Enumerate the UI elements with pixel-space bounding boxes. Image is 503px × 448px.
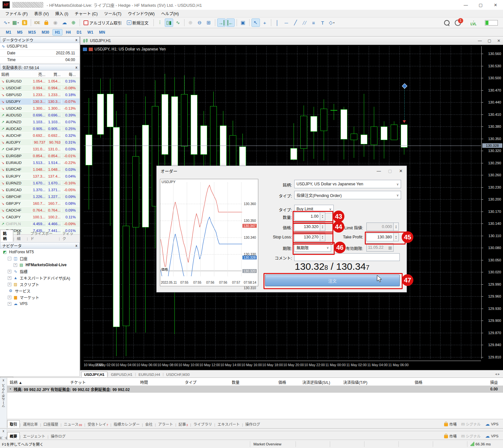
- time-axis[interactable]: 10 May 202210 May 02:0010 May 04:0010 Ma…: [84, 361, 481, 369]
- tree-expander-icon[interactable]: +: [8, 296, 11, 299]
- navigator-header[interactable]: ナビゲータ x: [0, 242, 80, 249]
- tree-expander-icon[interactable]: -: [8, 257, 11, 260]
- cursor-tool-icon[interactable]: ↖: [252, 18, 260, 27]
- price-axis[interactable]: 130.560130.530130.500130.470130.440130.4…: [481, 46, 503, 359]
- market-watch-tab[interactable]: プライスボード: [28, 230, 59, 242]
- one-click-trading-icon[interactable]: [83, 48, 87, 51]
- signal-broadcast-icon[interactable]: ◉: [51, 18, 60, 27]
- market-watch-row-eurgbp[interactable]: ↘EURGBP0.854...0.854...-0.01%: [0, 153, 80, 159]
- market-watch-row-audusd[interactable]: ↗AUDUSD0.696...0.696...0.39%: [0, 112, 80, 119]
- vps-cloud-icon[interactable]: ☁VPS: [485, 421, 498, 427]
- market-watch-column-header[interactable]: 銘柄売...買...毎...: [0, 71, 80, 78]
- navigator-item[interactable]: +▨スクリプト: [0, 281, 80, 288]
- dialog-minimize-icon[interactable]: —: [377, 169, 381, 173]
- timeframe-h1[interactable]: H1: [52, 29, 62, 36]
- toolbox-tab-4[interactable]: ニュース99: [61, 421, 84, 428]
- market-watch-row-audjpy[interactable]: ↘AUDJPY90.73790.7630.31%: [0, 139, 80, 146]
- trade-column-header[interactable]: 価格: [371, 379, 422, 385]
- trade-column-header[interactable]: 決済指値(T/P): [316, 379, 367, 385]
- market-watch-row-cadjpy[interactable]: ↘CADJPY100.1...100.2...0.11%: [0, 214, 80, 221]
- overview-tab-3[interactable]: 操作ログ: [49, 432, 68, 440]
- trade-column-header[interactable]: チケット: [70, 379, 86, 385]
- price-input[interactable]: 130.320: [294, 223, 320, 231]
- close-icon[interactable]: x: [3, 378, 4, 382]
- navigator-item[interactable]: +▲エキスパートアドバイザ(EA): [0, 275, 80, 281]
- channel-icon[interactable]: ╱╱: [300, 18, 309, 27]
- market-watch-tab[interactable]: ティック: [60, 230, 80, 242]
- overview-tab-2[interactable]: エージェント: [21, 432, 48, 440]
- stop-loss-stepper[interactable]: ▴▾: [320, 233, 325, 241]
- market-watch-row-gbpjpy[interactable]: ↘GBPJPY160.7...160.7...0.08%: [0, 200, 80, 207]
- data-window-symbol-row[interactable]: ∿ USDJPY,H1: [0, 43, 80, 50]
- algo-trading-icon[interactable]: アルゴリズム取引: [82, 18, 125, 27]
- navigator-item[interactable]: +▆マーケット: [0, 294, 80, 300]
- stop-loss-input[interactable]: 130.270: [294, 233, 320, 241]
- market-bag-icon[interactable]: 市場: [444, 433, 457, 439]
- menu-item[interactable]: ヘルプ(H): [158, 10, 182, 17]
- zoom-out-icon[interactable]: ⊖: [196, 18, 204, 27]
- horizontal-line-icon[interactable]: ─: [282, 18, 291, 27]
- market-watch-row-usdchf[interactable]: ↘USDCHF0.994...0.994...-0.08%: [0, 85, 80, 92]
- menu-item[interactable]: ツール(T): [101, 10, 125, 17]
- crosshair-tool-icon[interactable]: +: [261, 18, 269, 27]
- timeframe-h4[interactable]: H4: [63, 29, 73, 36]
- account-summary-row[interactable]: • 残高: 99 992.02 JPY 有効証拠金: 99 992.02 余剰証…: [7, 386, 503, 393]
- bar-chart-mode-icon[interactable]: ⫶: [156, 18, 164, 27]
- line-chart-mode-icon[interactable]: ∿: [174, 18, 182, 27]
- trade-column-header[interactable]: 数量: [188, 379, 240, 385]
- comment-input[interactable]: [294, 253, 400, 261]
- toolbox-tab-6[interactable]: 指標カレンダー: [111, 421, 142, 428]
- zoom-in-icon[interactable]: ⊕: [186, 18, 195, 27]
- navigator-item[interactable]: ◩HotForex MT5: [0, 249, 80, 255]
- search-icon[interactable]: [444, 20, 450, 26]
- market-watch-row-audnzd[interactable]: ↗AUDNZD1.103...1.103...0.07%: [0, 119, 80, 126]
- toolbox-tab-5[interactable]: 受信トレイ7: [85, 421, 110, 428]
- market-watch-tab[interactable]: 銘柄: [0, 230, 13, 242]
- market-watch-row-eurcad[interactable]: ↘EURCAD1.370...1.371...-0.05%: [0, 187, 80, 193]
- timeframe-d1[interactable]: D1: [74, 29, 84, 36]
- signal-icon[interactable]: ((•))シグナル: [461, 433, 481, 439]
- maximize-button[interactable]: ▢: [473, 0, 488, 10]
- market-watch-row-eurchf[interactable]: ↘EURCHF1.048...1.048...0.03%: [0, 166, 80, 173]
- take-profit-stepper[interactable]: ▴▾: [394, 233, 399, 241]
- market-store-icon[interactable]: [42, 18, 50, 27]
- expiry-select[interactable]: 無期限∨: [294, 243, 331, 252]
- toolbox-tab-3[interactable]: 口座履歴: [41, 421, 61, 428]
- data-window-header[interactable]: データウインドウ x: [0, 37, 80, 43]
- market-watch-row-gbpchf[interactable]: ↘GBPCHF1.226...1.227...0.09%: [0, 193, 80, 200]
- chart-minimize-icon[interactable]: —: [478, 38, 482, 43]
- market-watch-row-chfpln[interactable]: ↗CHFPLN4.459...4.466...-0.09%: [0, 221, 80, 227]
- market-watch-row-usdcad[interactable]: ↘USDCAD1.300...1.300...-0.13%: [0, 105, 80, 112]
- close-icon[interactable]: x: [75, 244, 77, 247]
- signal-icon[interactable]: ((•))シグナル: [461, 421, 481, 427]
- timeframe-mn[interactable]: MN: [96, 29, 108, 36]
- timeframe-m15[interactable]: M15: [26, 29, 38, 36]
- chart-window-titlebar[interactable]: USDJPY,H1 — ▢ ✕: [80, 37, 503, 45]
- column-header[interactable]: 毎...: [61, 71, 77, 77]
- chart-tab[interactable]: USDCHF,M30: [164, 372, 192, 377]
- tree-expander-icon[interactable]: +: [8, 283, 11, 286]
- market-watch-row-eurusd[interactable]: ↘EURUSD1.054...1.054...0.15%: [0, 78, 80, 85]
- volume-input[interactable]: 1.00: [294, 212, 320, 221]
- market-watch-row-euraud[interactable]: ↘EURAUD1.513...1.514...-0.22%: [0, 159, 80, 166]
- depth-of-market-icon[interactable]: [89, 48, 93, 51]
- chart-maximize-icon[interactable]: ▢: [488, 38, 491, 43]
- market-watch-row-eurjpy[interactable]: ↘EURJPY137.3...137.4...0.04%: [0, 173, 80, 180]
- tree-expander-icon[interactable]: +: [8, 270, 11, 273]
- shift-chart-end-icon[interactable]: →: [217, 18, 226, 27]
- screenshot-icon[interactable]: ▣: [239, 18, 247, 27]
- tree-expander-icon[interactable]: +: [14, 263, 17, 267]
- navigator-item[interactable]: +∿指標: [0, 268, 80, 275]
- trade-column-header[interactable]: 時間: [96, 379, 148, 385]
- toolbox-tab-10[interactable]: ライブラリ: [191, 421, 214, 428]
- close-icon[interactable]: x: [3, 429, 4, 433]
- dialog-close-icon[interactable]: ✕: [399, 169, 403, 173]
- timeframe-m30[interactable]: M30: [39, 29, 52, 36]
- timeframe-m1[interactable]: M1: [3, 29, 14, 36]
- symbol-select[interactable]: USDJPY, US Dollar vs Japanese Yen∨: [294, 180, 401, 188]
- ide-icon[interactable]: IDE: [33, 18, 41, 27]
- overview-tab-1[interactable]: 概要: [7, 432, 20, 440]
- indicator-window-icon[interactable]: ▦▾: [11, 18, 20, 27]
- market-bag-icon[interactable]: 市場: [444, 421, 457, 427]
- trade-column-header[interactable]: 損益: [446, 379, 498, 385]
